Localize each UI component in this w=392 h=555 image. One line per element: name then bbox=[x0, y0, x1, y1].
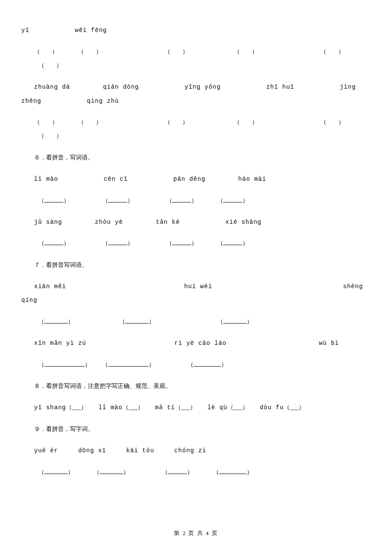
paren-blank: （ ） bbox=[234, 48, 258, 55]
pinyin-text: qìng zhù bbox=[87, 98, 119, 104]
paren-blank: （___） bbox=[123, 404, 144, 410]
pinyin-text: rì yè cāo láo bbox=[174, 340, 226, 347]
pinyin-text: zhēng bbox=[21, 98, 41, 104]
pinyin-text: jǔ sàng bbox=[34, 219, 62, 225]
pinyin-text: lǐ mào bbox=[34, 176, 58, 182]
paren-blank: （___） bbox=[228, 404, 248, 410]
paren-blank: （ ） bbox=[320, 119, 344, 125]
pinyin-text: mǎ tí bbox=[155, 404, 175, 411]
pinyin-text: qíng bbox=[21, 297, 37, 304]
paren-blank: （___） bbox=[175, 404, 196, 410]
pinyin-row: zhuàng dà qiān dòng yīng yǒng zhī huī jì… bbox=[21, 82, 371, 92]
blank-row: （） （） （） （） bbox=[21, 239, 371, 248]
fill-blank[interactable] bbox=[44, 318, 68, 324]
pinyin-text: jìng bbox=[340, 84, 356, 90]
question-title: ７．看拼音写词语。 bbox=[21, 260, 371, 270]
pinyin-text: xīn mǎn yì zú bbox=[34, 340, 86, 347]
pinyin-row: lǐ mào cēn cī pān dēng háo mài bbox=[21, 174, 371, 184]
fill-blank[interactable] bbox=[108, 239, 127, 245]
blank-row-wrap: （ ） bbox=[21, 61, 371, 70]
fill-blank[interactable] bbox=[44, 361, 85, 367]
fill-blank[interactable] bbox=[219, 468, 247, 474]
paren-blank: （ ） bbox=[38, 133, 62, 139]
fill-blank[interactable] bbox=[125, 318, 149, 324]
fill-blank[interactable] bbox=[223, 197, 242, 202]
fill-blank[interactable] bbox=[172, 239, 191, 245]
top-pinyin-line: yī wēi fēng bbox=[21, 26, 371, 35]
pinyin-text: kāi tóu bbox=[126, 447, 154, 454]
pinyin-text: yīng yǒng bbox=[184, 84, 221, 90]
pinyin-text: zhuàng dà bbox=[34, 84, 70, 90]
pinyin-row: yuè ér dōng xī kāi tóu chóng zi bbox=[21, 446, 371, 455]
blank-row: （ ） （ ） （ ） （ ） （ ） bbox=[21, 47, 371, 56]
pinyin-text: xié shāng bbox=[225, 219, 262, 225]
pinyin-text: shèng bbox=[343, 283, 363, 290]
pinyin-text: dōng xī bbox=[78, 447, 106, 454]
blank-row: （） （） （） （） bbox=[21, 468, 371, 477]
blank-row: （） （） （） bbox=[21, 360, 371, 370]
pinyin-text: yuè ér bbox=[34, 447, 58, 454]
blank-row: （ ） （ ） （ ） （ ） （ ） bbox=[21, 118, 371, 127]
fill-blank[interactable] bbox=[193, 361, 221, 367]
blank-row: （） （） （） bbox=[21, 317, 371, 327]
paren-blank: （ ） bbox=[164, 48, 188, 55]
pinyin-text: qiān dòng bbox=[103, 84, 139, 90]
pinyin-text: dòu fu bbox=[260, 404, 284, 411]
pinyin-text: yī bbox=[21, 27, 29, 34]
paren-blank: （___） bbox=[66, 404, 87, 410]
fill-blank[interactable] bbox=[100, 468, 123, 474]
pinyin-text: xiān měi bbox=[34, 283, 66, 290]
fill-blank[interactable] bbox=[108, 197, 127, 202]
pinyin-row: xīn mǎn yì zú rì yè cāo láo wù bì bbox=[21, 338, 371, 348]
paren-blank: （ ） bbox=[78, 48, 102, 55]
fill-blank[interactable] bbox=[223, 239, 242, 245]
pinyin-text: huí wèi bbox=[184, 283, 212, 290]
fill-blank[interactable] bbox=[108, 361, 149, 367]
pinyin-row: xiān měi huí wèi shèng bbox=[21, 282, 371, 291]
paren-blank: （ ） bbox=[78, 119, 102, 125]
paren-blank: （ ） bbox=[38, 62, 62, 69]
pinyin-text: wù bì bbox=[319, 340, 339, 347]
paren-blank: （ ） bbox=[234, 119, 258, 125]
page-footer: 第 2 页 共 4 页 bbox=[0, 529, 392, 538]
pinyin-text: pān dēng bbox=[173, 176, 205, 182]
fill-blank[interactable] bbox=[172, 197, 191, 202]
pinyin-text: cēn cī bbox=[104, 176, 127, 182]
paren-blank: （ ） bbox=[34, 48, 58, 55]
fill-blank[interactable] bbox=[44, 239, 63, 245]
fill-blank[interactable] bbox=[223, 318, 247, 324]
pinyin-row: jǔ sàng zhòu yè tǎn kè xié shāng bbox=[21, 217, 371, 227]
pinyin-text: zhòu yè bbox=[95, 219, 123, 225]
blank-row-wrap: （ ） bbox=[21, 131, 371, 141]
pinyin-text: yī shang bbox=[34, 404, 66, 411]
pinyin-row-wrap: qíng bbox=[21, 295, 371, 305]
pinyin-row-wrap: zhēng qìng zhù bbox=[21, 96, 371, 106]
pinyin-text: tǎn kè bbox=[156, 219, 180, 225]
question-title: ９．看拼音，写字词。 bbox=[21, 425, 371, 434]
pinyin-text: lǐ mào bbox=[98, 404, 122, 411]
pinyin-text: chóng zi bbox=[174, 447, 206, 454]
paren-blank: （ ） bbox=[320, 48, 344, 55]
paren-blank: （___） bbox=[284, 404, 305, 410]
question-title: ８．看拼音写词语，注意把字写正确、规范、美观。 bbox=[21, 382, 371, 391]
pinyin-text: wēi fēng bbox=[75, 27, 107, 34]
fill-blank[interactable] bbox=[44, 197, 63, 202]
paren-blank: （ ） bbox=[34, 119, 58, 125]
pinyin-inline-row: yī shang（___） lǐ mào（___） mǎ tí（___） lè … bbox=[21, 403, 371, 412]
fill-blank[interactable] bbox=[168, 468, 187, 474]
blank-row: （） （） （） （） bbox=[21, 196, 371, 205]
paren-blank: （ ） bbox=[164, 119, 188, 125]
pinyin-text: zhī huī bbox=[266, 84, 294, 90]
pinyin-text: háo mài bbox=[238, 176, 266, 182]
pinyin-text: lè qù bbox=[208, 404, 228, 411]
fill-blank[interactable] bbox=[44, 468, 68, 474]
question-title: ６．看拼音，写词语。 bbox=[21, 153, 371, 162]
